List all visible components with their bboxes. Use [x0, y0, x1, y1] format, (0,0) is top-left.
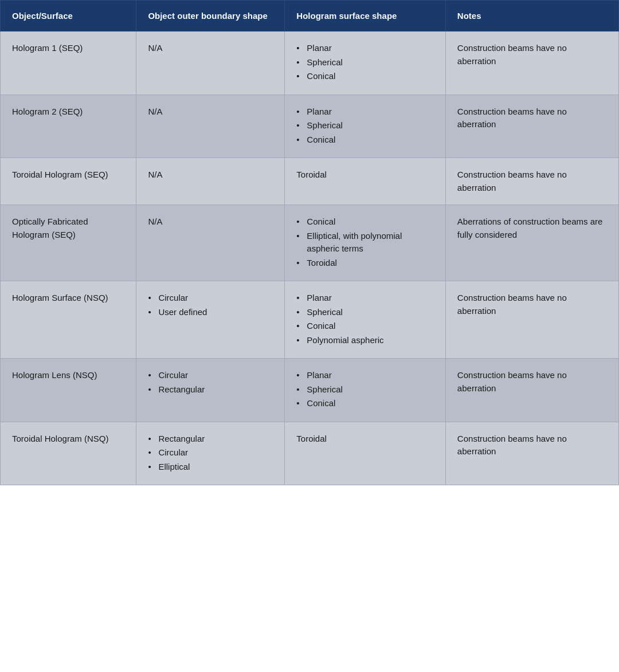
table-header-row: Object/Surface Object outer boundary sha…: [1, 1, 619, 32]
list-item: Circular: [148, 292, 273, 305]
cell-object-surface: Toroidal Hologram (SEQ): [1, 158, 136, 205]
cell-object-surface: Toroidal Hologram (NSQ): [1, 422, 136, 485]
list-item: Spherical: [296, 383, 434, 396]
header-hologram-shape: Hologram surface shape: [285, 1, 446, 32]
table-row: Hologram 1 (SEQ)N/APlanarSphericalConica…: [1, 32, 619, 95]
cell-hologram-shape: ConicalElliptical, with polynomial asphe…: [285, 205, 446, 281]
table-row: Optically Fabricated Hologram (SEQ)N/ACo…: [1, 205, 619, 281]
table-row: Hologram Surface (NSQ)CircularUser defin…: [1, 281, 619, 359]
table-row: Hologram Lens (NSQ)CircularRectangularPl…: [1, 359, 619, 422]
table-row: Hologram 2 (SEQ)N/APlanarSphericalConica…: [1, 95, 619, 158]
list-item: Elliptical: [148, 461, 273, 474]
cell-object-surface: Hologram Lens (NSQ): [1, 359, 136, 422]
cell-notes: Construction beams have no aberration: [445, 158, 618, 205]
header-object-surface: Object/Surface: [1, 1, 136, 32]
table-row: Toroidal Hologram (NSQ)RectangularCircul…: [1, 422, 619, 485]
list-item: Conical: [296, 70, 434, 83]
table-body: Hologram 1 (SEQ)N/APlanarSphericalConica…: [1, 32, 619, 485]
list-item: Planar: [296, 42, 434, 55]
cell-object-surface: Hologram 2 (SEQ): [1, 95, 136, 158]
cell-object-surface: Hologram Surface (NSQ): [1, 281, 136, 359]
list-item: Conical: [296, 320, 434, 333]
cell-boundary-shape: CircularUser defined: [136, 281, 285, 359]
list-item: Polynomial aspheric: [296, 334, 434, 347]
cell-notes: Construction beams have no aberration: [445, 359, 618, 422]
cell-object-surface: Hologram 1 (SEQ): [1, 32, 136, 95]
list-item: Conical: [296, 133, 434, 147]
cell-notes: Construction beams have no aberration: [445, 95, 618, 158]
cell-notes: Construction beams have no aberration: [445, 422, 618, 485]
hologram-table: Object/Surface Object outer boundary sha…: [0, 0, 619, 485]
list-item: Circular: [148, 446, 273, 459]
main-table-wrapper: Object/Surface Object outer boundary sha…: [0, 0, 619, 485]
cell-boundary-shape: RectangularCircularElliptical: [136, 422, 285, 485]
list-item: Toroidal: [296, 257, 434, 270]
cell-hologram-shape: PlanarSphericalConicalPolynomial aspheri…: [285, 281, 446, 359]
list-item: Conical: [296, 215, 434, 229]
cell-hologram-shape: PlanarSphericalConical: [285, 32, 446, 95]
list-item: Spherical: [296, 56, 434, 69]
list-item: Planar: [296, 369, 434, 382]
cell-boundary-shape: N/A: [136, 32, 285, 95]
cell-hologram-shape: Toroidal: [285, 158, 446, 205]
cell-boundary-shape: CircularRectangular: [136, 359, 285, 422]
cell-hologram-shape: PlanarSphericalConical: [285, 359, 446, 422]
cell-notes: Construction beams have no aberration: [445, 32, 618, 95]
list-item: Planar: [296, 292, 434, 305]
list-item: Elliptical, with polynomial aspheric ter…: [296, 230, 434, 256]
cell-hologram-shape: PlanarSphericalConical: [285, 95, 446, 158]
header-notes: Notes: [445, 1, 618, 32]
list-item: Planar: [296, 105, 434, 119]
cell-notes: Aberrations of construction beams are fu…: [445, 205, 618, 281]
list-item: User defined: [148, 306, 273, 319]
cell-object-surface: Optically Fabricated Hologram (SEQ): [1, 205, 136, 281]
cell-boundary-shape: N/A: [136, 205, 285, 281]
cell-boundary-shape: N/A: [136, 95, 285, 158]
cell-notes: Construction beams have no aberration: [445, 281, 618, 359]
list-item: Circular: [148, 369, 273, 382]
table-row: Toroidal Hologram (SEQ)N/AToroidalConstr…: [1, 158, 619, 205]
header-boundary-shape: Object outer boundary shape: [136, 1, 285, 32]
cell-hologram-shape: Toroidal: [285, 422, 446, 485]
cell-boundary-shape: N/A: [136, 158, 285, 205]
list-item: Spherical: [296, 306, 434, 319]
list-item: Rectangular: [148, 433, 273, 446]
list-item: Spherical: [296, 119, 434, 132]
list-item: Conical: [296, 397, 434, 410]
list-item: Rectangular: [148, 383, 273, 396]
